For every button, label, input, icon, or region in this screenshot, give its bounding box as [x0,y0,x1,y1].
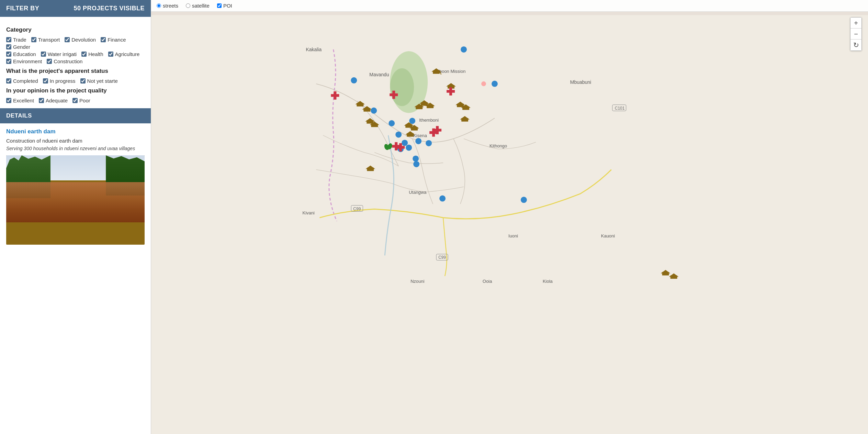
label-mbuabuni: Mbuabuni [570,79,591,85]
transport-checkbox[interactable] [31,37,36,42]
poor-label: Poor [79,98,90,103]
status-completed[interactable]: Completed [6,78,38,84]
quality-adequate[interactable]: Adequate [39,98,68,103]
transport-label: Transport [38,37,60,43]
completed-label: Completed [13,78,38,84]
not-started-checkbox[interactable] [80,78,86,84]
quality-row: Excellent Adequate Poor [6,98,145,103]
project-dot [395,132,402,138]
category-trade[interactable]: Trade [6,37,26,43]
gender-label: Gender [13,44,30,50]
project-dot [426,140,432,146]
trade-checkbox[interactable] [6,37,11,42]
label-kiola: Kiola [543,279,553,284]
zoom-controls: + − ↻ [850,17,862,51]
category-transport[interactable]: Transport [31,37,60,43]
label-kivani: Kivani [302,210,314,215]
education-label: Education [13,51,36,57]
agriculture-checkbox[interactable] [108,52,113,57]
health-checkbox[interactable] [81,52,87,57]
status-row: Completed In progress Not yet starte [6,78,145,84]
status-in-progress[interactable]: In progress [43,78,76,84]
label-kisena: Kisena [413,133,427,138]
environment-checkbox[interactable] [6,59,11,64]
details-header: DETAILS [0,108,151,123]
satellite-label: satellite [192,3,210,9]
label-c99-1: C99 [353,207,361,211]
svg-rect-56 [396,146,405,149]
not-started-label: Not yet starte [87,78,118,84]
svg-rect-0 [151,15,868,434]
zoom-reset-button[interactable]: ↻ [850,40,861,51]
category-health[interactable]: Health [81,51,103,57]
project-dot [461,46,467,53]
poor-checkbox[interactable] [72,98,78,103]
project-dot [351,77,357,84]
svg-point-2 [390,68,414,106]
project-image [6,155,145,245]
svg-rect-44 [390,93,398,96]
project-dot [406,145,412,151]
poi-label: POI [223,3,232,9]
gender-checkbox[interactable] [6,44,11,49]
satellite-option[interactable]: satellite [186,3,210,9]
satellite-radio[interactable] [186,3,190,8]
water-label: Water irrigati [48,51,77,57]
label-kakalia: Kakalia [306,47,322,52]
pink-dot [481,81,486,86]
label-kauoni: Kauoni [601,233,615,238]
category-construction[interactable]: Construction [47,58,82,64]
category-gender[interactable]: Gender [6,44,30,50]
quality-poor[interactable]: Poor [72,98,90,103]
map-container[interactable]: streets satellite POI [151,0,868,434]
project-dot [492,81,498,87]
details-content: Ndueni earth dam Construction of ndueni … [0,123,151,434]
category-finance[interactable]: Finance [101,37,126,43]
project-title[interactable]: Ndueni earth dam [6,128,145,135]
water-checkbox[interactable] [41,52,46,57]
devolution-checkbox[interactable] [65,37,70,42]
adequate-checkbox[interactable] [39,98,44,103]
education-checkbox[interactable] [6,52,11,57]
category-water[interactable]: Water irrigati [41,51,77,57]
streets-option[interactable]: streets [157,3,178,9]
label-nzouni: Nzouni [410,279,424,284]
project-dot [413,161,419,167]
category-devolution[interactable]: Devolution [65,37,96,43]
project-dot [521,197,527,203]
category-row-1: Trade Transport Devolution Finance Gende… [6,37,145,50]
project-dot [402,140,408,146]
category-environment[interactable]: Environment [6,58,42,64]
poi-checkbox[interactable] [217,3,222,8]
label-ithemboni: Ithemboni [419,118,439,123]
adequate-label: Adequate [46,98,68,103]
status-not-started[interactable]: Not yet starte [80,78,118,84]
sidebar-header: FILTER BY 50 PROJECTS VISIBLE [0,0,151,17]
project-dot [409,118,415,124]
label-iuoni: Iuoni [508,233,518,238]
label-kithongo: Kithongo [489,143,507,148]
map-svg: Kakalia Mavandu Mboon Mission Mbuabuni I… [151,15,868,434]
zoom-in-button[interactable]: + [850,18,861,29]
excellent-checkbox[interactable] [6,98,11,103]
finance-checkbox[interactable] [101,37,106,42]
construction-checkbox[interactable] [47,59,52,64]
svg-rect-48 [331,94,339,97]
category-education[interactable]: Education [6,51,36,57]
streets-radio[interactable] [157,3,161,8]
agriculture-label: Agriculture [115,51,140,57]
completed-checkbox[interactable] [6,78,11,84]
project-description: Construction of ndueni earth dam [6,138,145,144]
streets-label: streets [163,3,178,9]
sidebar: FILTER BY 50 PROJECTS VISIBLE Category T… [0,0,151,434]
quality-excellent[interactable]: Excellent [6,98,34,103]
environment-label: Environment [13,58,42,64]
finance-label: Finance [108,37,126,43]
zoom-out-button[interactable]: − [850,29,861,40]
in-progress-checkbox[interactable] [43,78,48,84]
category-agriculture[interactable]: Agriculture [108,51,140,57]
filter-section: Category Trade Transport Devolution Fina… [0,17,151,108]
trade-label: Trade [13,37,26,43]
poi-option[interactable]: POI [217,3,232,9]
project-dot [413,156,419,162]
